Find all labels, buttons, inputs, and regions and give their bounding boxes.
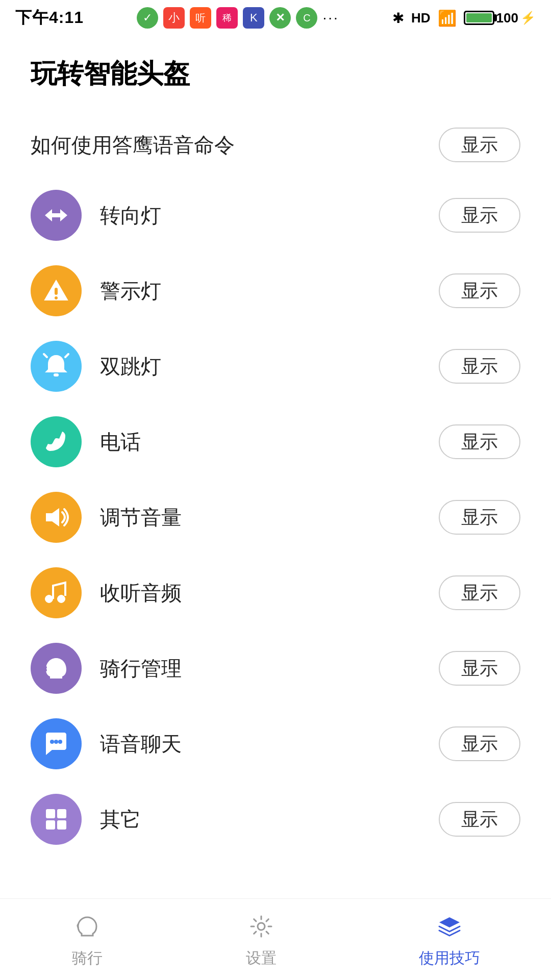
riding-left: 骑行管理 bbox=[31, 643, 182, 694]
status-app-icons: ✓ 小 听 稀 K ✕ C ··· bbox=[137, 7, 339, 29]
nav-settings-icon bbox=[245, 910, 278, 943]
hazard-light-item: 双跳灯 显示 bbox=[31, 329, 520, 404]
turn-signal-item: 转向灯 显示 bbox=[31, 178, 520, 253]
more-apps-icon[interactable]: ··· bbox=[322, 10, 339, 26]
page-title: 玩转智能头盔 bbox=[31, 56, 520, 92]
voice-command-item: 如何使用答鹰语音命令 显示 bbox=[31, 117, 520, 172]
charging-icon: ⚡ bbox=[520, 11, 536, 25]
voice-chat-show-button[interactable]: 显示 bbox=[439, 726, 520, 761]
voice-command-label: 如何使用答鹰语音命令 bbox=[31, 131, 235, 159]
other-icon-bg bbox=[31, 794, 82, 845]
svg-point-8 bbox=[58, 740, 62, 744]
app-icon-1: ✓ bbox=[137, 7, 158, 29]
app-icon-2: 小 bbox=[163, 7, 185, 29]
nav-tips-icon bbox=[433, 910, 466, 943]
turn-signal-show-button[interactable]: 显示 bbox=[439, 198, 520, 233]
svg-point-13 bbox=[258, 923, 265, 930]
phone-icon bbox=[41, 426, 71, 457]
voice-command-show-button[interactable]: 显示 bbox=[439, 128, 520, 162]
hazard-light-left: 双跳灯 bbox=[31, 341, 161, 392]
svg-point-7 bbox=[54, 740, 58, 744]
phone-show-button[interactable]: 显示 bbox=[439, 424, 520, 459]
volume-left: 调节音量 bbox=[31, 492, 182, 543]
other-label: 其它 bbox=[100, 806, 141, 834]
phone-left: 电话 bbox=[31, 416, 141, 467]
riding-label: 骑行管理 bbox=[100, 655, 182, 683]
audio-show-button[interactable]: 显示 bbox=[439, 575, 520, 610]
audio-icon-bg bbox=[31, 567, 82, 618]
app-icon-7: C bbox=[296, 7, 317, 29]
other-show-button[interactable]: 显示 bbox=[439, 802, 520, 837]
warning-icon bbox=[41, 275, 71, 306]
bluetooth-icon: ✱ bbox=[392, 10, 404, 27]
volume-icon-bg bbox=[31, 492, 82, 543]
status-indicators: ✱ HD 📶 100 ⚡ bbox=[392, 9, 536, 27]
main-content: 玩转智能头盔 如何使用答鹰语音命令 显示 转向灯 显示 bbox=[0, 36, 551, 898]
wifi-icon: 📶 bbox=[438, 9, 457, 27]
svg-rect-1 bbox=[55, 296, 58, 299]
app-icon-6: ✕ bbox=[269, 7, 291, 29]
hazard-icon bbox=[41, 351, 71, 382]
volume-show-button[interactable]: 显示 bbox=[439, 500, 520, 535]
nav-helmet-icon bbox=[71, 910, 104, 943]
battery-indicator: 100 ⚡ bbox=[464, 10, 536, 26]
nav-item-settings[interactable]: 设置 bbox=[245, 910, 278, 969]
signal-strength: HD bbox=[411, 10, 431, 26]
nav-settings-label: 设置 bbox=[246, 948, 277, 969]
hazard-light-icon-bg bbox=[31, 341, 82, 392]
warning-light-left: 警示灯 bbox=[31, 265, 161, 316]
nav-tips-label: 使用技巧 bbox=[419, 948, 480, 969]
riding-icon-bg bbox=[31, 643, 82, 694]
svg-line-3 bbox=[44, 354, 47, 357]
battery-percent: 100 bbox=[496, 10, 518, 26]
warning-light-show-button[interactable]: 显示 bbox=[439, 273, 520, 308]
warning-light-label: 警示灯 bbox=[100, 277, 161, 305]
volume-icon bbox=[41, 502, 71, 533]
nav-item-riding[interactable]: 骑行 bbox=[71, 910, 104, 969]
svg-point-6 bbox=[50, 740, 54, 744]
voice-chat-item: 语音聊天 显示 bbox=[31, 706, 520, 782]
turn-signal-label: 转向灯 bbox=[100, 202, 161, 230]
voice-chat-left: 语音聊天 bbox=[31, 718, 182, 769]
turn-signal-left: 转向灯 bbox=[31, 190, 161, 241]
status-bar: 下午4:11 ✓ 小 听 稀 K ✕ C ··· ✱ HD 📶 100 ⚡ bbox=[0, 0, 551, 36]
nav-riding-label: 骑行 bbox=[72, 948, 103, 969]
turn-signal-icon-bg bbox=[31, 190, 82, 241]
app-icon-3: 听 bbox=[190, 7, 211, 29]
audio-left: 收听音频 bbox=[31, 567, 182, 618]
nav-item-tips[interactable]: 使用技巧 bbox=[419, 910, 480, 969]
other-left: 其它 bbox=[31, 794, 141, 845]
app-icon-4: 稀 bbox=[216, 7, 238, 29]
music-icon bbox=[41, 577, 71, 608]
svg-rect-9 bbox=[46, 809, 55, 818]
audio-label: 收听音频 bbox=[100, 579, 182, 607]
helmet-icon bbox=[41, 653, 71, 684]
riding-item: 骑行管理 显示 bbox=[31, 631, 520, 706]
audio-item: 收听音频 显示 bbox=[31, 555, 520, 631]
riding-show-button[interactable]: 显示 bbox=[439, 651, 520, 686]
grid-icon bbox=[41, 804, 71, 835]
chat-icon bbox=[41, 728, 71, 759]
hazard-light-label: 双跳灯 bbox=[100, 353, 161, 381]
other-item: 其它 显示 bbox=[31, 782, 520, 857]
svg-rect-0 bbox=[55, 288, 58, 295]
svg-rect-11 bbox=[46, 820, 55, 830]
svg-marker-5 bbox=[46, 508, 59, 526]
warning-light-item: 警示灯 显示 bbox=[31, 253, 520, 329]
app-icon-5: K bbox=[243, 7, 264, 29]
svg-line-4 bbox=[65, 354, 68, 357]
warning-light-icon-bg bbox=[31, 265, 82, 316]
volume-label: 调节音量 bbox=[100, 504, 182, 532]
phone-icon-bg bbox=[31, 416, 82, 467]
svg-rect-2 bbox=[54, 373, 59, 376]
status-time: 下午4:11 bbox=[15, 7, 84, 29]
phone-item: 电话 显示 bbox=[31, 404, 520, 480]
svg-rect-12 bbox=[57, 820, 66, 830]
volume-item: 调节音量 显示 bbox=[31, 480, 520, 555]
svg-rect-10 bbox=[57, 809, 66, 818]
arrow-left-right-icon bbox=[41, 200, 71, 231]
voice-chat-icon-bg bbox=[31, 718, 82, 769]
voice-chat-label: 语音聊天 bbox=[100, 730, 182, 758]
phone-label: 电话 bbox=[100, 428, 141, 456]
hazard-light-show-button[interactable]: 显示 bbox=[439, 349, 520, 384]
